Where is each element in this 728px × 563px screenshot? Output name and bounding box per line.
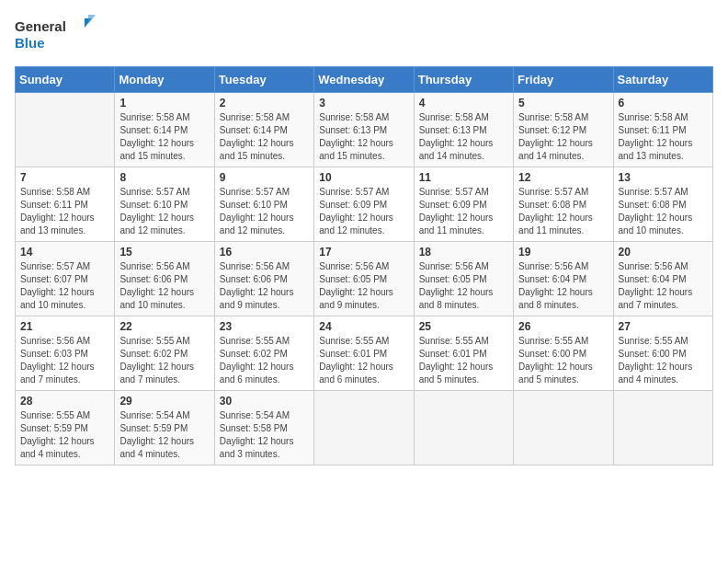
day-number: 27 <box>619 320 708 333</box>
day-number: 12 <box>518 171 608 184</box>
calendar-cell: 1Sunrise: 5:58 AM Sunset: 6:14 PM Daylig… <box>115 93 214 167</box>
weekday-header-friday: Friday <box>514 67 613 93</box>
day-number: 29 <box>119 395 209 408</box>
day-number: 25 <box>419 320 508 333</box>
calendar-cell: 9Sunrise: 5:57 AM Sunset: 6:10 PM Daylig… <box>214 167 313 242</box>
cell-info: Sunrise: 5:58 AM Sunset: 6:13 PM Dayligh… <box>319 111 408 163</box>
calendar-cell: 16Sunrise: 5:56 AM Sunset: 6:06 PM Dayli… <box>214 242 313 316</box>
calendar-cell: 7Sunrise: 5:58 AM Sunset: 6:11 PM Daylig… <box>16 167 115 242</box>
cell-info: Sunrise: 5:57 AM Sunset: 6:09 PM Dayligh… <box>319 186 408 237</box>
calendar-cell <box>414 391 513 465</box>
cell-info: Sunrise: 5:56 AM Sunset: 6:04 PM Dayligh… <box>518 260 608 312</box>
day-number: 6 <box>619 97 708 109</box>
calendar-cell: 8Sunrise: 5:57 AM Sunset: 6:10 PM Daylig… <box>115 167 214 242</box>
day-number: 30 <box>220 395 309 408</box>
logo-svg: General Blue <box>15 15 97 55</box>
cell-info: Sunrise: 5:56 AM Sunset: 6:05 PM Dayligh… <box>419 260 508 312</box>
cell-info: Sunrise: 5:57 AM Sunset: 6:08 PM Dayligh… <box>518 186 608 237</box>
calendar-cell: 5Sunrise: 5:58 AM Sunset: 6:12 PM Daylig… <box>514 93 613 167</box>
cell-info: Sunrise: 5:55 AM Sunset: 6:00 PM Dayligh… <box>518 335 608 386</box>
cell-info: Sunrise: 5:54 AM Sunset: 5:59 PM Dayligh… <box>119 409 209 461</box>
day-number: 7 <box>20 171 109 184</box>
cell-info: Sunrise: 5:54 AM Sunset: 5:58 PM Dayligh… <box>220 409 309 461</box>
calendar-cell: 27Sunrise: 5:55 AM Sunset: 6:00 PM Dayli… <box>613 316 712 391</box>
calendar-cell: 21Sunrise: 5:56 AM Sunset: 6:03 PM Dayli… <box>16 316 115 391</box>
day-number: 24 <box>319 320 408 333</box>
calendar-cell: 30Sunrise: 5:54 AM Sunset: 5:58 PM Dayli… <box>214 391 313 465</box>
cell-info: Sunrise: 5:58 AM Sunset: 6:14 PM Dayligh… <box>119 111 209 163</box>
calendar-cell: 29Sunrise: 5:54 AM Sunset: 5:59 PM Dayli… <box>115 391 214 465</box>
cell-info: Sunrise: 5:56 AM Sunset: 6:06 PM Dayligh… <box>119 260 209 312</box>
week-row-4: 21Sunrise: 5:56 AM Sunset: 6:03 PM Dayli… <box>16 316 713 391</box>
calendar-cell: 26Sunrise: 5:55 AM Sunset: 6:00 PM Dayli… <box>514 316 613 391</box>
calendar-table: SundayMondayTuesdayWednesdayThursdayFrid… <box>15 66 713 465</box>
weekday-header-saturday: Saturday <box>613 67 712 93</box>
day-number: 3 <box>319 97 408 109</box>
cell-info: Sunrise: 5:56 AM Sunset: 6:04 PM Dayligh… <box>619 260 708 312</box>
calendar-cell: 4Sunrise: 5:58 AM Sunset: 6:13 PM Daylig… <box>414 93 513 167</box>
week-row-2: 7Sunrise: 5:58 AM Sunset: 6:11 PM Daylig… <box>16 167 713 242</box>
cell-info: Sunrise: 5:55 AM Sunset: 6:02 PM Dayligh… <box>119 335 209 386</box>
day-number: 22 <box>119 320 209 333</box>
page-header: General Blue <box>15 15 713 55</box>
calendar-cell: 11Sunrise: 5:57 AM Sunset: 6:09 PM Dayli… <box>414 167 513 242</box>
day-number: 5 <box>518 97 608 109</box>
weekday-header-thursday: Thursday <box>414 67 513 93</box>
svg-marker-3 <box>88 15 96 24</box>
day-number: 19 <box>518 246 608 259</box>
day-number: 14 <box>20 246 109 259</box>
weekday-header-row: SundayMondayTuesdayWednesdayThursdayFrid… <box>16 67 713 93</box>
cell-info: Sunrise: 5:57 AM Sunset: 6:07 PM Dayligh… <box>20 260 109 312</box>
day-number: 11 <box>419 171 508 184</box>
cell-info: Sunrise: 5:58 AM Sunset: 6:11 PM Dayligh… <box>619 111 708 163</box>
day-number: 26 <box>518 320 608 333</box>
cell-info: Sunrise: 5:58 AM Sunset: 6:13 PM Dayligh… <box>419 111 508 163</box>
svg-text:General: General <box>15 18 66 34</box>
week-row-3: 14Sunrise: 5:57 AM Sunset: 6:07 PM Dayli… <box>16 242 713 316</box>
day-number: 28 <box>20 395 109 408</box>
week-row-1: 1Sunrise: 5:58 AM Sunset: 6:14 PM Daylig… <box>16 93 713 167</box>
calendar-cell: 17Sunrise: 5:56 AM Sunset: 6:05 PM Dayli… <box>314 242 414 316</box>
calendar-cell: 24Sunrise: 5:55 AM Sunset: 6:01 PM Dayli… <box>314 316 414 391</box>
day-number: 4 <box>419 97 508 109</box>
day-number: 23 <box>220 320 309 333</box>
day-number: 15 <box>119 246 209 259</box>
calendar-cell: 2Sunrise: 5:58 AM Sunset: 6:14 PM Daylig… <box>214 93 313 167</box>
day-number: 1 <box>119 97 209 109</box>
day-number: 10 <box>319 171 408 184</box>
svg-text:Blue: Blue <box>15 35 45 51</box>
day-number: 17 <box>319 246 408 259</box>
day-number: 18 <box>419 246 508 259</box>
calendar-cell: 18Sunrise: 5:56 AM Sunset: 6:05 PM Dayli… <box>414 242 513 316</box>
cell-info: Sunrise: 5:56 AM Sunset: 6:06 PM Dayligh… <box>220 260 309 312</box>
calendar-cell: 19Sunrise: 5:56 AM Sunset: 6:04 PM Dayli… <box>514 242 613 316</box>
cell-info: Sunrise: 5:55 AM Sunset: 5:59 PM Dayligh… <box>20 409 109 461</box>
weekday-header-wednesday: Wednesday <box>314 67 414 93</box>
cell-info: Sunrise: 5:55 AM Sunset: 6:02 PM Dayligh… <box>220 335 309 386</box>
weekday-header-sunday: Sunday <box>16 67 115 93</box>
day-number: 21 <box>20 320 109 333</box>
day-number: 2 <box>220 97 309 109</box>
calendar-cell: 12Sunrise: 5:57 AM Sunset: 6:08 PM Dayli… <box>514 167 613 242</box>
day-number: 8 <box>119 171 209 184</box>
cell-info: Sunrise: 5:57 AM Sunset: 6:08 PM Dayligh… <box>619 186 708 237</box>
cell-info: Sunrise: 5:55 AM Sunset: 6:01 PM Dayligh… <box>419 335 508 386</box>
day-number: 16 <box>220 246 309 259</box>
cell-info: Sunrise: 5:57 AM Sunset: 6:09 PM Dayligh… <box>419 186 508 237</box>
cell-info: Sunrise: 5:56 AM Sunset: 6:05 PM Dayligh… <box>319 260 408 312</box>
calendar-cell: 6Sunrise: 5:58 AM Sunset: 6:11 PM Daylig… <box>613 93 712 167</box>
calendar-cell: 15Sunrise: 5:56 AM Sunset: 6:06 PM Dayli… <box>115 242 214 316</box>
calendar-cell: 14Sunrise: 5:57 AM Sunset: 6:07 PM Dayli… <box>16 242 115 316</box>
calendar-cell: 22Sunrise: 5:55 AM Sunset: 6:02 PM Dayli… <box>115 316 214 391</box>
week-row-5: 28Sunrise: 5:55 AM Sunset: 5:59 PM Dayli… <box>16 391 713 465</box>
cell-info: Sunrise: 5:57 AM Sunset: 6:10 PM Dayligh… <box>119 186 209 237</box>
day-number: 13 <box>619 171 708 184</box>
cell-info: Sunrise: 5:55 AM Sunset: 6:00 PM Dayligh… <box>619 335 708 386</box>
cell-info: Sunrise: 5:58 AM Sunset: 6:14 PM Dayligh… <box>220 111 309 163</box>
cell-info: Sunrise: 5:58 AM Sunset: 6:12 PM Dayligh… <box>518 111 608 163</box>
calendar-cell: 20Sunrise: 5:56 AM Sunset: 6:04 PM Dayli… <box>613 242 712 316</box>
calendar-cell: 13Sunrise: 5:57 AM Sunset: 6:08 PM Dayli… <box>613 167 712 242</box>
weekday-header-monday: Monday <box>115 67 214 93</box>
cell-info: Sunrise: 5:58 AM Sunset: 6:11 PM Dayligh… <box>20 186 109 237</box>
calendar-cell: 25Sunrise: 5:55 AM Sunset: 6:01 PM Dayli… <box>414 316 513 391</box>
